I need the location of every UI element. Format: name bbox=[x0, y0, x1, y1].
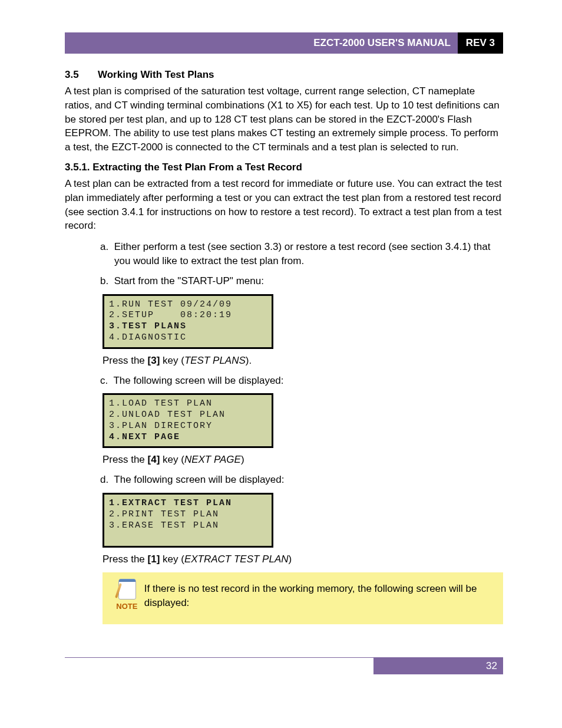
step-c-press-italic: NEXT PAGE bbox=[184, 454, 241, 465]
section-heading: 3.5Working With Test Plans bbox=[65, 69, 503, 81]
notepad-icon bbox=[116, 578, 137, 599]
screen-b-line2: 2.SETUP 08:20:19 bbox=[109, 310, 232, 320]
key-3: [3] bbox=[148, 355, 160, 366]
step-c-press-pre: Press the bbox=[103, 454, 148, 465]
subsection-body: A test plan can be extracted from a test… bbox=[65, 177, 503, 233]
note-icon-column: NOTE bbox=[110, 578, 144, 611]
step-d: d. The following screen will be displaye… bbox=[65, 473, 503, 487]
step-c: c. The following screen will be displaye… bbox=[65, 374, 503, 388]
step-a-label: a. bbox=[100, 241, 108, 252]
note-label: NOTE bbox=[116, 602, 137, 611]
step-d-press-italic: EXTRACT TEST PLAN bbox=[184, 554, 289, 565]
screen-c-line4: 4.NEXT PAGE bbox=[109, 432, 180, 442]
header-rev: REV 3 bbox=[458, 32, 503, 54]
step-d-press-mid: key ( bbox=[160, 554, 184, 565]
screen-d: 1.EXTRACT TEST PLAN 2.PRINT TEST PLAN 3.… bbox=[103, 493, 273, 548]
step-c-press: Press the [4] key (NEXT PAGE) bbox=[103, 454, 503, 466]
screen-d-line1: 1.EXTRACT TEST PLAN bbox=[109, 498, 232, 508]
step-b-text: Start from the "START-UP" menu: bbox=[114, 275, 264, 286]
step-c-label: c. bbox=[100, 375, 108, 386]
step-c-text: The following screen will be displayed: bbox=[113, 375, 283, 386]
step-c-press-post: ) bbox=[241, 454, 244, 465]
step-d-label: d. bbox=[100, 474, 108, 485]
step-b-press: Press the [3] key (TEST PLANS). bbox=[103, 355, 503, 367]
step-d-press-post: ) bbox=[289, 554, 292, 565]
step-b-press-italic: TEST PLANS bbox=[184, 355, 246, 366]
screen-b-line4: 4.DIAGNOSTIC bbox=[109, 332, 187, 342]
screen-d-line2: 2.PRINT TEST PLAN bbox=[109, 509, 219, 519]
header-title: EZCT-2000 USER'S MANUAL bbox=[65, 32, 458, 54]
section-title-text: Working With Test Plans bbox=[98, 69, 214, 80]
screen-c: 1.LOAD TEST PLAN 2.UNLOAD TEST PLAN 3.PL… bbox=[103, 393, 273, 448]
page: EZCT-2000 USER'S MANUAL REV 3 3.5Working… bbox=[0, 0, 562, 698]
header-bar: EZCT-2000 USER'S MANUAL REV 3 bbox=[65, 32, 503, 54]
screen-c-line1: 1.LOAD TEST PLAN bbox=[109, 398, 213, 409]
step-a: a. Either perform a test (see section 3.… bbox=[65, 240, 503, 268]
step-b-label: b. bbox=[100, 275, 108, 286]
step-b-press-post: ). bbox=[246, 355, 252, 366]
screen-b-line1: 1.RUN TEST 09/24/09 bbox=[109, 299, 232, 309]
note-text: If there is no test record in the workin… bbox=[144, 578, 494, 610]
screen-c-line3: 3.PLAN DIRECTORY bbox=[109, 421, 213, 431]
step-c-press-mid: key ( bbox=[160, 454, 184, 465]
page-number: 32 bbox=[373, 658, 503, 674]
screen-d-line4 bbox=[109, 531, 115, 541]
step-d-press: Press the [1] key (EXTRACT TEST PLAN) bbox=[103, 554, 503, 565]
subsection-heading: 3.5.1. Extracting the Test Plan From a T… bbox=[65, 162, 503, 173]
step-b-press-pre: Press the bbox=[103, 355, 148, 366]
screen-b-line3: 3.TEST PLANS bbox=[109, 321, 187, 331]
screen-d-line3: 3.ERASE TEST PLAN bbox=[109, 521, 219, 531]
screen-c-line2: 2.UNLOAD TEST PLAN bbox=[109, 410, 226, 420]
note-box: NOTE If there is no test record in the w… bbox=[103, 572, 503, 624]
screen-b: 1.RUN TEST 09/24/09 2.SETUP 08:20:19 3.T… bbox=[103, 294, 273, 349]
footer-spacer bbox=[65, 658, 373, 674]
step-d-press-pre: Press the bbox=[103, 554, 148, 565]
key-4: [4] bbox=[148, 454, 160, 465]
subsection-number: 3.5.1. bbox=[65, 162, 90, 173]
section-body: A test plan is comprised of the saturati… bbox=[65, 84, 503, 154]
subsection-title-text: Extracting the Test Plan From a Test Rec… bbox=[92, 162, 302, 173]
step-b: b. Start from the "START-UP" menu: bbox=[65, 274, 503, 288]
step-d-text: The following screen will be displayed: bbox=[114, 474, 284, 485]
step-a-text: Either perform a test (see section 3.3) … bbox=[114, 241, 491, 266]
step-b-press-mid: key ( bbox=[160, 355, 184, 366]
key-1: [1] bbox=[148, 554, 160, 565]
section-number: 3.5 bbox=[65, 69, 98, 81]
footer: 32 bbox=[65, 657, 503, 674]
